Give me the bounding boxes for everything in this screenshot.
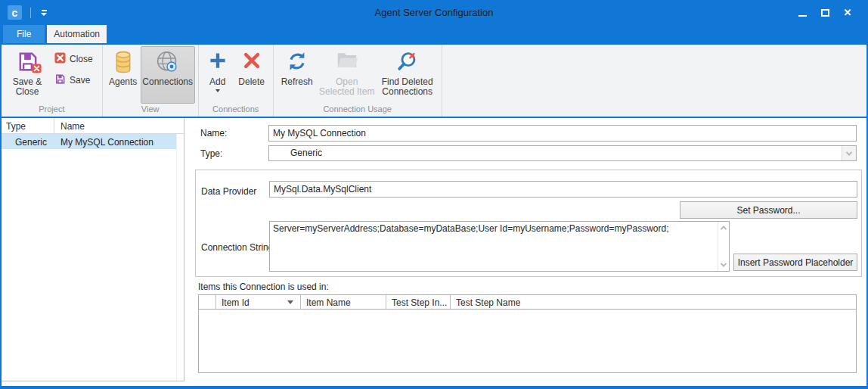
connection-string-label: Connection String bbox=[201, 242, 273, 253]
column-header-item-id[interactable]: Item Id bbox=[216, 295, 301, 309]
find-deleted-icon bbox=[396, 50, 419, 77]
sort-desc-icon[interactable] bbox=[287, 300, 293, 304]
items-used-in-label: Items this Connection is used in: bbox=[198, 282, 329, 292]
save-button[interactable]: Save bbox=[53, 73, 99, 88]
insert-password-placeholder-button[interactable]: Insert Password Placeholder bbox=[733, 254, 857, 271]
window-controls: ✕ bbox=[791, 0, 859, 25]
column-header-name[interactable]: Name bbox=[54, 118, 184, 133]
qat-separator bbox=[30, 8, 31, 18]
scroll-down-icon bbox=[721, 260, 727, 266]
ribbon-group-connection-usage: Refresh Open Selected Item bbox=[274, 45, 442, 117]
close-icon: ✕ bbox=[844, 7, 852, 18]
connection-string-field: Server=myServerAddress;Database=myDataBa… bbox=[269, 221, 730, 272]
type-dropdown-button[interactable] bbox=[842, 146, 856, 160]
tab-automation[interactable]: Automation bbox=[47, 25, 107, 43]
connection-row-selected[interactable]: Generic My MySQL Connection bbox=[2, 134, 176, 149]
refresh-icon bbox=[286, 50, 308, 77]
save-close-icon bbox=[16, 50, 39, 77]
delete-x-icon bbox=[241, 50, 262, 77]
ribbon: Save & Close Close bbox=[2, 43, 866, 118]
button-label: Add bbox=[209, 77, 225, 87]
tab-file[interactable]: File bbox=[3, 25, 45, 43]
delete-connection-button[interactable]: Delete bbox=[234, 46, 270, 104]
window-title: Agent Server Configuration bbox=[2, 7, 866, 18]
connection-detail-panel: Name: Type: Generic Data Provider Set Pa… bbox=[188, 118, 864, 386]
add-plus-icon bbox=[207, 50, 228, 77]
connection-name-cell: My MySQL Connection bbox=[54, 134, 176, 149]
minimize-icon bbox=[798, 15, 807, 17]
column-header-test-step-in[interactable]: Test Step In... bbox=[386, 295, 451, 309]
ribbon-group-project: Save & Close Close bbox=[2, 45, 103, 117]
red-x-badge-icon bbox=[32, 64, 42, 76]
agents-database-icon bbox=[113, 50, 134, 77]
button-label: Refresh bbox=[281, 77, 313, 87]
ribbon-group-connections: Add Delete Connections bbox=[199, 45, 274, 117]
type-dropdown[interactable]: Generic bbox=[268, 145, 857, 161]
data-provider-label: Data Provider bbox=[201, 186, 256, 197]
minimize-button[interactable] bbox=[791, 0, 814, 25]
set-password-button[interactable]: Set Password... bbox=[680, 201, 857, 219]
connections-list-panel: Type Name Generic My MySQL Connection bbox=[2, 118, 184, 381]
group-label-project: Project bbox=[3, 104, 101, 117]
open-folder-icon bbox=[336, 50, 358, 77]
ribbon-group-view: Agents Connections View bbox=[103, 45, 199, 117]
items-table: Item Id Item Name Test Step In... Test S… bbox=[198, 294, 857, 373]
items-table-header: Item Id Item Name Test Step In... Test S… bbox=[199, 295, 856, 310]
column-header-item-name[interactable]: Item Name bbox=[301, 295, 386, 309]
button-label: Save & Close bbox=[5, 77, 49, 97]
connections-globe-icon bbox=[155, 50, 180, 77]
button-label: Close bbox=[70, 54, 93, 64]
button-label: Agents bbox=[109, 77, 137, 87]
name-label: Name: bbox=[200, 128, 227, 138]
scroll-up-icon bbox=[721, 226, 727, 232]
button-label: Delete bbox=[238, 77, 265, 87]
type-label: Type: bbox=[200, 148, 222, 159]
button-label: Connections bbox=[142, 77, 193, 87]
app-logo-icon[interactable]: c bbox=[8, 5, 22, 20]
list-scrollbar[interactable] bbox=[176, 134, 184, 381]
button-label: Save bbox=[70, 75, 90, 86]
group-label-connection-usage: Connection Usage bbox=[275, 104, 440, 117]
title-bar: c Agent Server Configuration ✕ bbox=[2, 0, 866, 25]
group-label-connections: Connections bbox=[200, 104, 271, 117]
save-and-close-button[interactable]: Save & Close bbox=[5, 46, 50, 104]
quick-access-dropdown-icon[interactable] bbox=[41, 10, 47, 16]
name-input[interactable] bbox=[268, 125, 857, 142]
close-window-button[interactable]: ✕ bbox=[836, 0, 859, 25]
app-window: c Agent Server Configuration ✕ File Auto… bbox=[0, 0, 868, 389]
connection-type-cell: Generic bbox=[2, 134, 54, 149]
connection-string-textarea[interactable]: Server=myServerAddress;Database=myDataBa… bbox=[270, 222, 717, 271]
add-dropdown-icon bbox=[215, 89, 220, 92]
agents-button[interactable]: Agents bbox=[106, 46, 141, 104]
provider-group-box: Data Provider Set Password... Connection… bbox=[195, 170, 862, 277]
maximize-button[interactable] bbox=[814, 0, 836, 25]
connections-list-header: Type Name bbox=[2, 118, 184, 134]
find-deleted-connections-button[interactable]: Find Deleted Connections bbox=[377, 46, 439, 104]
open-selected-item-button[interactable]: Open Selected Item bbox=[318, 46, 377, 104]
header-label: Item Id bbox=[222, 297, 250, 308]
connections-button[interactable]: Connections bbox=[141, 46, 195, 104]
button-label: Open Selected Item bbox=[318, 77, 376, 97]
refresh-button[interactable]: Refresh bbox=[277, 46, 318, 104]
row-indicator-column bbox=[199, 295, 216, 309]
save-icon bbox=[54, 73, 66, 87]
data-provider-input[interactable] bbox=[269, 181, 857, 198]
close-project-icon bbox=[54, 52, 66, 66]
maximize-icon bbox=[821, 9, 829, 17]
column-header-test-step-name[interactable]: Test Step Name bbox=[451, 295, 856, 309]
button-label: Find Deleted Connections bbox=[377, 77, 438, 97]
ribbon-tab-row: File Automation bbox=[2, 25, 866, 43]
close-project-button[interactable]: Close bbox=[53, 51, 99, 67]
add-connection-button[interactable]: Add bbox=[202, 46, 234, 104]
main-content: Type Name Generic My MySQL Connection Na… bbox=[2, 118, 866, 386]
column-header-type[interactable]: Type bbox=[2, 118, 54, 133]
group-label-view: View bbox=[104, 104, 197, 117]
connection-string-scrollbar[interactable] bbox=[718, 222, 729, 271]
chevron-down-icon bbox=[846, 149, 852, 155]
type-dropdown-value: Generic bbox=[290, 146, 856, 160]
